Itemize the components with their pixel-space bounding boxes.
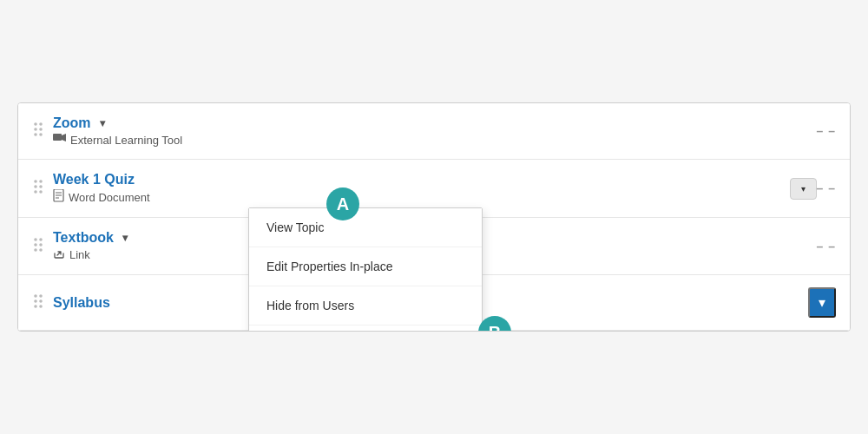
svg-point-18 xyxy=(34,238,37,241)
dropdown-item-edit-properties[interactable]: Edit Properties In-place xyxy=(249,247,482,286)
svg-point-26 xyxy=(34,299,37,303)
svg-marker-7 xyxy=(62,134,66,141)
svg-point-1 xyxy=(39,122,43,126)
textbook-title[interactable]: Textbook ▾ xyxy=(53,230,131,246)
zoom-content: Zoom ▾ External Learning Tool xyxy=(53,115,817,147)
svg-point-22 xyxy=(34,248,37,252)
drag-handle-zoom[interactable] xyxy=(32,122,44,141)
zoom-subtitle: External Learning Tool xyxy=(53,133,817,147)
svg-point-8 xyxy=(34,180,37,183)
drag-handle-syllabus[interactable] xyxy=(32,293,44,312)
svg-point-10 xyxy=(34,185,37,188)
week1quiz-title[interactable]: Week 1 Quiz xyxy=(53,172,135,187)
week1quiz-dropdown-btn[interactable]: ▾ xyxy=(790,178,817,200)
drag-handle-week1[interactable] xyxy=(32,179,44,198)
svg-point-19 xyxy=(39,238,43,241)
zoom-action-dash[interactable]: – – xyxy=(817,124,836,138)
zoom-title[interactable]: Zoom ▾ xyxy=(53,115,108,131)
dropdown-item-change-file[interactable]: Change File xyxy=(249,326,482,332)
context-dropdown-menu: View Topic Edit Properties In-place Hide… xyxy=(248,207,483,332)
svg-rect-6 xyxy=(53,134,62,141)
zoom-title-chevron[interactable]: ▾ xyxy=(96,115,108,131)
svg-point-29 xyxy=(39,305,43,308)
svg-point-5 xyxy=(39,133,43,136)
svg-point-0 xyxy=(34,122,37,126)
svg-point-2 xyxy=(34,128,37,131)
svg-point-25 xyxy=(39,294,43,298)
zoom-subtitle-icon xyxy=(53,133,66,147)
svg-point-21 xyxy=(39,243,43,247)
svg-point-3 xyxy=(39,128,43,131)
dropdown-item-view-topic[interactable]: View Topic xyxy=(249,208,482,247)
svg-point-4 xyxy=(34,133,37,136)
week1quiz-content: Week 1 Quiz Word Document xyxy=(53,172,779,205)
week1quiz-subtitle-icon xyxy=(53,189,64,205)
svg-point-11 xyxy=(39,185,43,188)
syllabus-title[interactable]: Syllabus xyxy=(53,295,110,311)
drag-handle-textbook[interactable] xyxy=(32,237,44,256)
textbook-subtitle-icon xyxy=(53,247,65,262)
dropdown-menu-inner: View Topic Edit Properties In-place Hide… xyxy=(249,208,482,332)
svg-point-20 xyxy=(34,243,37,247)
svg-point-13 xyxy=(39,190,43,194)
svg-point-28 xyxy=(34,305,37,308)
week1quiz-subtitle: Word Document xyxy=(53,189,779,205)
svg-point-9 xyxy=(39,180,43,183)
syllabus-expand-btn[interactable]: ▾ xyxy=(808,287,836,318)
textbook-title-chevron[interactable]: ▾ xyxy=(119,230,131,246)
svg-point-24 xyxy=(34,294,37,298)
svg-point-12 xyxy=(34,190,37,194)
dropdown-arrow-icon: ▾ xyxy=(801,184,806,194)
svg-point-27 xyxy=(39,299,43,303)
dropdown-item-hide-users[interactable]: Hide from Users xyxy=(249,286,482,326)
content-list: Zoom ▾ External Learning Tool – – xyxy=(17,102,851,332)
badge-a: A xyxy=(326,187,359,220)
week1quiz-action-dash[interactable]: – – xyxy=(817,181,836,195)
zoom-row: Zoom ▾ External Learning Tool – – xyxy=(18,103,850,160)
svg-point-23 xyxy=(39,248,43,252)
textbook-action-dash[interactable]: – – xyxy=(817,240,836,253)
